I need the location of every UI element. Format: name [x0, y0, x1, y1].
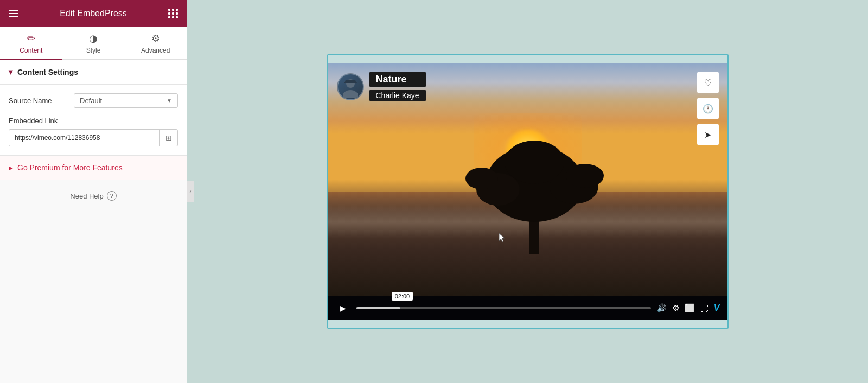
url-input[interactable]	[9, 130, 159, 145]
premium-expand-icon: ▶	[9, 165, 13, 171]
tab-advanced[interactable]: ⚙ Advanced	[124, 27, 187, 60]
content-settings-body: Source Name Default ▼ Embedded Link ⊞	[0, 85, 187, 156]
sidebar: Edit EmbedPress ✏ Content ◑ Style ⚙ Adva…	[0, 0, 187, 383]
section-expand-icon: ▶	[8, 70, 14, 74]
svg-rect-10	[344, 82, 357, 83]
sidebar-header: Edit EmbedPress	[0, 0, 187, 27]
progress-bar	[356, 307, 651, 309]
watchlater-button[interactable]: 🕐	[697, 98, 719, 119]
sidebar-title: Edit EmbedPress	[60, 9, 127, 18]
advanced-tab-icon: ⚙	[151, 33, 160, 44]
like-button[interactable]: ♡	[697, 72, 719, 93]
svg-point-4	[505, 141, 564, 184]
svg-point-5	[465, 168, 498, 189]
content-tab-icon: ✏	[27, 33, 35, 44]
video-title-group: Nature Charlie Kaye	[369, 72, 426, 101]
video-author: Charlie Kaye	[369, 90, 426, 101]
canvas-area: Nature Charlie Kaye ♡ 🕐 ➤ ▶ 02:00	[187, 0, 868, 383]
video-actions: ♡ 🕐 ➤	[697, 72, 719, 145]
progress-fill	[356, 307, 400, 309]
video-top-bar	[328, 55, 727, 63]
help-icon: ?	[107, 191, 117, 201]
source-name-value: Default	[80, 97, 102, 105]
source-name-row: Source Name Default ▼	[9, 93, 178, 108]
database-icon[interactable]: ⊞	[159, 130, 177, 146]
style-tab-icon: ◑	[89, 33, 98, 44]
video-bottom-bar	[328, 320, 727, 328]
sidebar-tabs: ✏ Content ◑ Style ⚙ Advanced	[0, 27, 187, 60]
tab-content[interactable]: ✏ Content	[0, 27, 62, 60]
volume-icon[interactable]: 🔊	[656, 303, 667, 313]
sidebar-content: ▶ Content Settings Source Name Default ▼…	[0, 60, 187, 383]
svg-point-8	[343, 90, 358, 98]
select-arrow-icon: ▼	[167, 98, 172, 104]
source-name-label: Source Name	[9, 97, 74, 105]
cc-icon[interactable]: ⬜	[685, 303, 695, 313]
video-player: Nature Charlie Kaye ♡ 🕐 ➤ ▶ 02:00	[328, 63, 727, 320]
tab-advanced-label: Advanced	[141, 47, 170, 54]
video-scene: Nature Charlie Kaye ♡ 🕐 ➤	[328, 63, 727, 296]
source-name-select[interactable]: Default ▼	[74, 93, 178, 108]
vimeo-logo: V	[714, 303, 720, 313]
share-button[interactable]: ➤	[697, 124, 719, 145]
tree-silhouette	[465, 135, 607, 254]
content-settings-header[interactable]: ▶ Content Settings	[0, 60, 187, 85]
need-help-section[interactable]: Need Help ?	[0, 180, 187, 212]
video-controls: ▶ 02:00 🔊 ⚙ ⬜ ⛶ V	[328, 296, 727, 320]
premium-section[interactable]: ▶ Go Premium for More Features	[0, 156, 187, 180]
need-help-label: Need Help	[70, 192, 103, 200]
fullscreen-icon[interactable]: ⛶	[700, 304, 709, 313]
time-tooltip: 02:00	[392, 292, 413, 301]
apps-icon[interactable]	[168, 9, 178, 18]
video-title: Nature	[369, 72, 426, 87]
control-icons: 🔊 ⚙ ⬜ ⛶ V	[656, 303, 720, 313]
avatar	[337, 73, 364, 100]
url-input-wrapper: ⊞	[9, 129, 178, 146]
content-settings-title: Content Settings	[17, 68, 78, 76]
video-overlay-info: Nature Charlie Kaye	[337, 72, 426, 101]
video-widget: Nature Charlie Kaye ♡ 🕐 ➤ ▶ 02:00	[327, 54, 729, 329]
hamburger-icon[interactable]	[9, 10, 18, 17]
svg-point-6	[566, 164, 604, 188]
embedded-link-group: Embedded Link ⊞	[9, 117, 178, 146]
embedded-link-label: Embedded Link	[9, 117, 178, 125]
tab-style[interactable]: ◑ Style	[62, 27, 125, 60]
premium-label: Go Premium for More Features	[17, 163, 123, 172]
tab-content-label: Content	[20, 47, 42, 54]
sidebar-collapse-button[interactable]: ‹	[187, 181, 194, 202]
play-button[interactable]: ▶	[336, 301, 351, 316]
settings-icon[interactable]: ⚙	[672, 303, 679, 313]
avatar-image	[340, 76, 361, 98]
tab-style-label: Style	[86, 47, 101, 54]
progress-bar-wrapper[interactable]: 02:00	[356, 307, 651, 309]
